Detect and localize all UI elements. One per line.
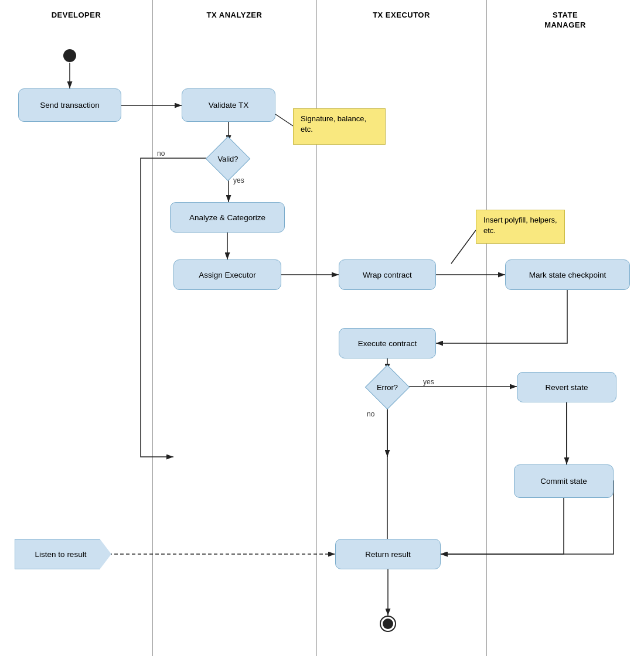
label-no1: no bbox=[157, 149, 165, 158]
analyze-box: Analyze & Categorize bbox=[170, 202, 285, 233]
col-developer: DEVELOPER bbox=[0, 0, 152, 19]
commit-state-label: Commit state bbox=[540, 477, 587, 486]
note2-label: Insert polyfill, helpers, etc. bbox=[483, 216, 557, 235]
end-circle-inner bbox=[383, 619, 393, 629]
error-diamond-shape bbox=[365, 365, 410, 409]
error-diamond: Error? bbox=[371, 371, 404, 404]
svg-line-5 bbox=[275, 114, 293, 126]
divider-1 bbox=[152, 0, 153, 656]
analyze-label: Analyze & Categorize bbox=[189, 213, 265, 222]
col-state-manager: STATE MANAGER bbox=[486, 0, 644, 30]
col-tx-analyzer: TX ANALYZER bbox=[152, 0, 316, 19]
start-circle bbox=[63, 49, 76, 62]
mark-state-label: Mark state checkpoint bbox=[529, 271, 606, 279]
validate-tx-label: Validate TX bbox=[209, 101, 249, 110]
col-tx-executor: TX EXECUTOR bbox=[316, 0, 486, 19]
note-signature: Signature, balance, etc. bbox=[293, 108, 386, 145]
return-result-label: Return result bbox=[365, 550, 410, 559]
revert-state-box: Revert state bbox=[517, 372, 616, 402]
assign-executor-box: Assign Executor bbox=[173, 259, 281, 290]
execute-contract-box: Execute contract bbox=[339, 328, 436, 358]
return-result-box: Return result bbox=[335, 539, 441, 569]
commit-state-box: Commit state bbox=[514, 464, 614, 498]
send-transaction-label: Send transaction bbox=[40, 101, 99, 110]
label-yes2: yes bbox=[423, 378, 434, 386]
label-yes1: yes bbox=[233, 176, 244, 184]
send-transaction-box: Send transaction bbox=[18, 88, 121, 122]
mark-state-box: Mark state checkpoint bbox=[505, 259, 630, 290]
diagram: DEVELOPER TX ANALYZER TX EXECUTOR STATE … bbox=[0, 0, 644, 656]
svg-line-10 bbox=[451, 230, 476, 264]
valid-diamond: Valid? bbox=[212, 142, 244, 175]
note1-label: Signature, balance, etc. bbox=[301, 114, 366, 134]
validate-tx-box: Validate TX bbox=[182, 88, 275, 122]
note-polyfill: Insert polyfill, helpers, etc. bbox=[476, 210, 565, 244]
listen-result-label: Listen to result bbox=[35, 550, 87, 559]
wrap-contract-box: Wrap contract bbox=[339, 259, 436, 290]
divider-2 bbox=[316, 0, 317, 656]
end-circle bbox=[380, 616, 396, 632]
revert-state-label: Revert state bbox=[546, 383, 588, 392]
assign-executor-label: Assign Executor bbox=[199, 271, 256, 279]
label-no2: no bbox=[367, 410, 374, 418]
wrap-contract-label: Wrap contract bbox=[363, 271, 412, 279]
valid-diamond-shape bbox=[206, 136, 250, 181]
execute-contract-label: Execute contract bbox=[358, 339, 417, 348]
divider-3 bbox=[486, 0, 487, 656]
listen-result-box: Listen to result bbox=[15, 539, 111, 569]
